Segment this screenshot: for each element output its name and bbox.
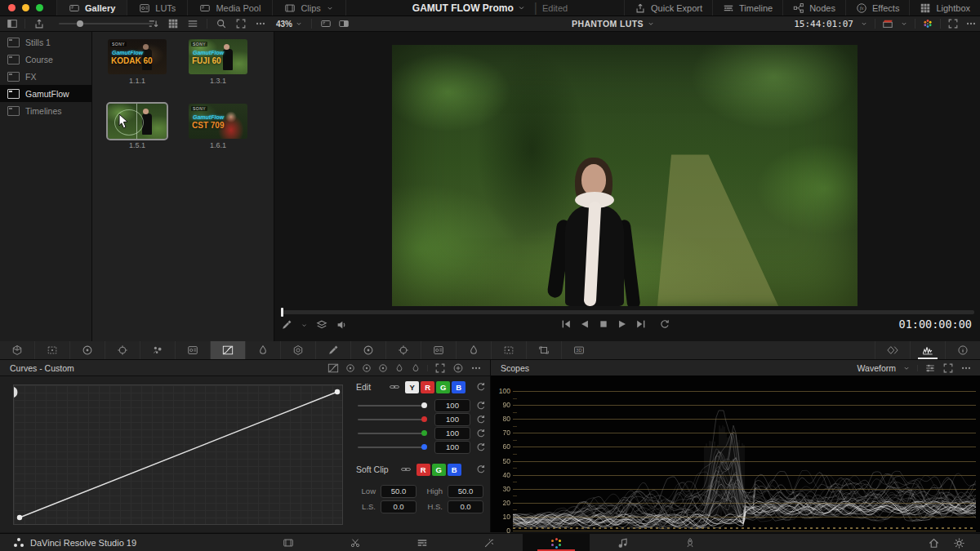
still-thumbnail-cst709[interactable]: SONY GamutFlow CST 709: [189, 104, 247, 139]
curves-more-options-icon[interactable]: [470, 362, 482, 374]
timeline-button[interactable]: Timeline: [712, 0, 782, 16]
tab-media-pool[interactable]: Media Pool: [188, 0, 273, 16]
sidebar-item-course[interactable]: Course: [0, 51, 91, 68]
curve-graph[interactable]: [13, 384, 343, 525]
slider-reset-icon[interactable]: [475, 442, 487, 453]
scope-settings-icon[interactable]: [924, 362, 936, 374]
thumbnail-size-slider[interactable]: [59, 23, 154, 24]
blur-tool[interactable]: [351, 341, 386, 359]
grade-indicator-icon[interactable]: [922, 18, 933, 29]
color-match-tool[interactable]: [35, 341, 70, 359]
slider-reset-icon[interactable]: [475, 414, 487, 425]
channel-g-button[interactable]: G: [436, 381, 450, 393]
viewer-playhead[interactable]: [281, 308, 283, 317]
export-still-icon[interactable]: [33, 18, 45, 29]
single-view-icon[interactable]: [320, 18, 332, 29]
stereo-3d-tool[interactable]: [562, 341, 596, 359]
soft-clip-g-button[interactable]: G: [432, 464, 446, 476]
tab-clips[interactable]: Clips: [273, 0, 345, 16]
scope-expand-icon[interactable]: [942, 362, 954, 374]
still-thumbnail-selected[interactable]: [108, 104, 167, 139]
slider-reset-icon[interactable]: [475, 428, 487, 439]
scope-mode-dropdown[interactable]: Waveform: [858, 363, 896, 373]
sidebar-item-stills-1[interactable]: Stills 1: [0, 33, 91, 51]
viewer-image[interactable]: [392, 45, 858, 306]
nodes-button[interactable]: Nodes: [782, 0, 845, 16]
channel-r-button[interactable]: R: [421, 381, 434, 393]
soft-clip-b-button[interactable]: B: [448, 464, 461, 476]
hue-vs-hue-icon[interactable]: [345, 363, 355, 373]
page-color[interactable]: [523, 534, 590, 551]
rgb-mixer-tool[interactable]: [140, 341, 176, 359]
viewer-more-options-icon[interactable]: [965, 18, 977, 29]
hue-vs-lum-icon[interactable]: [378, 363, 388, 373]
tab-gallery[interactable]: Gallery: [57, 0, 127, 16]
scopes-panel-button[interactable]: [910, 341, 946, 359]
project-home-icon[interactable]: [928, 537, 940, 549]
effects-button[interactable]: Effects: [845, 0, 909, 16]
sidebar-item-gamutflow[interactable]: GamutFlow: [0, 85, 91, 102]
stabilizer-tool[interactable]: [527, 341, 562, 359]
gang-link-icon[interactable]: [389, 381, 400, 393]
skip-back-button[interactable]: [560, 318, 572, 330]
sidebar-item-timelines[interactable]: Timelines: [0, 102, 91, 119]
custom-curves-mode-icon[interactable]: [327, 362, 339, 374]
hue-vs-sat-icon[interactable]: [362, 363, 372, 373]
zoom-chevron-icon[interactable]: [295, 20, 303, 28]
soft-clip-link-icon[interactable]: [400, 464, 412, 475]
settings-gear-icon[interactable]: [953, 537, 965, 549]
viewer-lut-dropdown[interactable]: PHANTOM LUTS: [572, 16, 655, 31]
curves-tool[interactable]: [211, 341, 246, 359]
page-fairlight[interactable]: [590, 534, 657, 551]
still-thumbnail-fuji[interactable]: SONY GamutFlow FUJI 60: [189, 39, 247, 74]
power-windows-tool[interactable]: [281, 341, 316, 359]
soft-clip-low-value[interactable]: 50.0: [381, 485, 416, 498]
channel-b-button[interactable]: B: [452, 381, 466, 393]
play-reverse-button[interactable]: [579, 318, 590, 330]
audio-mute-icon[interactable]: [336, 319, 347, 331]
sizing-tool[interactable]: [421, 341, 457, 359]
close-window-button[interactable]: [8, 4, 16, 11]
blue-gain-slider[interactable]: [358, 447, 426, 448]
minimize-window-button[interactable]: [22, 4, 29, 11]
viewer-scrub-bar[interactable]: [281, 310, 974, 314]
magic-mask-tool[interactable]: [492, 341, 527, 359]
viewer-zoom-level[interactable]: 43%: [276, 20, 292, 29]
tab-luts[interactable]: LUTs: [127, 0, 188, 16]
soft-clip-high-value[interactable]: 50.0: [448, 485, 483, 498]
tracker-tool[interactable]: [316, 341, 351, 359]
scope-more-options-icon[interactable]: [960, 362, 972, 374]
grid-view-icon[interactable]: [167, 18, 179, 29]
high-softness-value[interactable]: 0.0: [448, 500, 483, 513]
thumbnail-size-slider-knob[interactable]: [77, 20, 83, 27]
expand-panel-icon[interactable]: [235, 18, 247, 29]
page-edit[interactable]: [389, 534, 456, 551]
motion-effects-tool[interactable]: [176, 341, 211, 359]
channel-y-button[interactable]: Y: [405, 381, 419, 393]
page-deliver[interactable]: [657, 534, 724, 551]
eyedropper-chevron-icon[interactable]: [301, 322, 308, 329]
sidebar-toggle-icon[interactable]: [7, 18, 18, 29]
wipe-modes-icon[interactable]: [316, 319, 327, 331]
page-media[interactable]: [255, 534, 322, 551]
quick-export-button[interactable]: Quick Export: [624, 0, 712, 16]
sat-vs-sat-icon[interactable]: [411, 363, 421, 373]
grab-still-eyedropper-icon[interactable]: [281, 319, 292, 331]
key-tool[interactable]: [386, 341, 421, 359]
red-gain-slider[interactable]: [358, 419, 426, 420]
noise-reduction-tool[interactable]: [457, 341, 492, 359]
loop-button[interactable]: [659, 318, 670, 330]
blue-gain-value[interactable]: 100: [434, 441, 470, 454]
camera-raw-tool[interactable]: [0, 341, 35, 359]
info-panel-button[interactable]: [946, 341, 980, 359]
qualifier-tool[interactable]: [246, 341, 281, 359]
keyframes-panel-button[interactable]: [875, 341, 910, 359]
lightbox-button[interactable]: Lightbox: [909, 0, 980, 16]
project-title-chevron-icon[interactable]: [517, 3, 526, 12]
green-gain-value[interactable]: 100: [434, 427, 470, 440]
search-icon[interactable]: [216, 18, 227, 29]
project-title[interactable]: GAMUT FLOW Promo: [412, 2, 514, 14]
bypass-grades-icon[interactable]: [882, 18, 893, 29]
scope-mode-chevron-icon[interactable]: [902, 364, 911, 372]
page-cut[interactable]: [322, 534, 389, 551]
